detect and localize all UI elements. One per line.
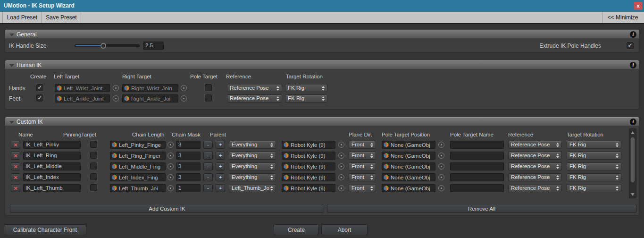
chain-length-input[interactable]: 3 (176, 152, 201, 160)
add-custom-ik-button[interactable]: Add Custom IK (10, 204, 324, 213)
object-picker-icon[interactable] (438, 142, 444, 148)
plane-dir-dropdown[interactable]: Front (349, 152, 376, 160)
parent-field[interactable]: Robot Kyle (9) (282, 141, 335, 149)
chain-length-input[interactable]: 3 (176, 173, 201, 181)
object-picker-icon[interactable] (438, 174, 444, 180)
object-picker-icon[interactable] (181, 85, 187, 91)
reference-dropdown[interactable]: Reference Pose (508, 141, 562, 149)
pole-target-name-input[interactable] (450, 162, 504, 170)
info-icon[interactable]: i (630, 31, 636, 38)
reference-dropdown[interactable]: Reference Pose (508, 162, 562, 170)
parent-field[interactable]: Robot Kyle (9) (282, 173, 335, 181)
object-picker-icon[interactable] (438, 185, 444, 191)
target-rotation-dropdown[interactable]: FK Rig (567, 152, 621, 160)
plane-dir-dropdown[interactable]: Front (349, 141, 376, 149)
object-picker-icon[interactable] (167, 174, 174, 180)
pinning-checkbox[interactable] (90, 184, 97, 191)
chain-length-plus-button[interactable]: + (216, 184, 225, 192)
calibrate-character-front-button[interactable]: Calibrate Character Front (4, 224, 86, 235)
reference-dropdown[interactable]: Reference Pose (227, 84, 282, 92)
plane-dir-dropdown[interactable]: Front (349, 173, 376, 181)
delete-row-icon[interactable]: ✕ (11, 184, 20, 192)
object-picker-icon[interactable] (167, 142, 174, 148)
target-rotation-dropdown[interactable]: FK Rig (285, 94, 327, 102)
object-picker-icon[interactable] (167, 185, 174, 191)
scroll-up-icon[interactable] (629, 129, 636, 136)
object-picker-icon[interactable] (338, 142, 344, 148)
chain-length-input[interactable]: 3 (176, 162, 201, 170)
parent-field[interactable]: Robot Kyle (9) (282, 184, 335, 192)
chain-length-plus-button[interactable]: + (216, 141, 225, 149)
info-icon[interactable]: i (630, 62, 636, 68)
chain-length-input[interactable]: 3 (176, 141, 201, 149)
slider-thumb[interactable] (100, 43, 106, 49)
abort-button[interactable]: Abort (321, 224, 368, 235)
target-field[interactable]: Left_Thumb_Joi (110, 184, 166, 192)
name-input[interactable]: IK_Left_Pinky (23, 141, 81, 149)
chain-length-plus-button[interactable]: + (216, 162, 225, 170)
left-target-field[interactable]: Left_Wrist_Joint_ (55, 84, 110, 92)
pole-target-position-field[interactable]: None (GameObj (382, 173, 435, 181)
minimize-button[interactable]: << Minimize (602, 12, 643, 23)
pole-target-position-field[interactable]: None (GameObj (382, 184, 435, 192)
ik-handle-size-input[interactable]: 2.5 (143, 42, 164, 50)
create-button[interactable]: Create (274, 224, 319, 235)
plane-dir-dropdown[interactable]: Front (349, 184, 376, 192)
object-picker-icon[interactable] (338, 153, 344, 159)
ik-handle-size-slider[interactable] (75, 44, 140, 47)
human-ik-header[interactable]: Human IK i (5, 60, 639, 69)
pinning-checkbox[interactable] (90, 152, 97, 159)
target-field[interactable]: Left_Pinky_Finge (110, 141, 166, 149)
chain-mask-dropdown[interactable]: Left_Thumb_Jo (229, 184, 276, 192)
name-input[interactable]: IK_Left_Ring (23, 152, 81, 160)
info-icon[interactable]: i (630, 119, 636, 125)
create-checkbox[interactable] (36, 94, 43, 102)
target-rotation-dropdown[interactable]: FK Rig (567, 184, 621, 192)
general-header[interactable]: General i (5, 29, 639, 39)
target-rotation-dropdown[interactable]: FK Rig (285, 84, 327, 92)
object-picker-icon[interactable] (113, 85, 119, 91)
delete-row-icon[interactable]: ✕ (11, 141, 20, 149)
target-field[interactable]: Left_Ring_Finger (110, 152, 166, 160)
pole-target-checkbox[interactable] (205, 84, 212, 91)
reference-dropdown[interactable]: Reference Pose (227, 94, 282, 102)
pinning-checkbox[interactable] (90, 141, 97, 148)
target-field[interactable]: Left_Index_Fing (110, 173, 166, 181)
pole-target-name-input[interactable] (450, 184, 504, 192)
name-input[interactable]: IK_Left_Thumb (23, 184, 81, 192)
object-picker-icon[interactable] (338, 174, 344, 180)
object-picker-icon[interactable] (167, 163, 174, 170)
chain-length-minus-button[interactable]: - (203, 141, 213, 149)
pole-target-position-field[interactable]: None (GameObj (382, 141, 435, 149)
target-rotation-dropdown[interactable]: FK Rig (567, 162, 621, 170)
chain-mask-dropdown[interactable]: Everything (229, 152, 276, 160)
chain-mask-dropdown[interactable]: Everything (229, 173, 276, 181)
plane-dir-dropdown[interactable]: Front (349, 162, 376, 170)
name-input[interactable]: IK_Left_Index (23, 173, 81, 181)
scrollbar-thumb[interactable] (630, 137, 635, 183)
pole-target-checkbox[interactable] (205, 94, 212, 102)
left-target-field[interactable]: Left_Ankle_Joint (55, 94, 110, 102)
delete-row-icon[interactable]: ✕ (11, 152, 20, 160)
chain-mask-dropdown[interactable]: Everything (229, 162, 276, 170)
scroll-down-icon[interactable] (629, 191, 636, 197)
chain-length-minus-button[interactable]: - (203, 173, 213, 181)
pinning-checkbox[interactable] (90, 162, 97, 170)
chain-length-minus-button[interactable]: - (203, 152, 213, 160)
reference-dropdown[interactable]: Reference Pose (508, 184, 562, 192)
object-picker-icon[interactable] (181, 95, 187, 102)
right-target-field[interactable]: Right_Ankle_Joi (122, 94, 178, 102)
reference-dropdown[interactable]: Reference Pose (508, 152, 562, 160)
object-picker-icon[interactable] (167, 153, 174, 159)
pole-target-name-input[interactable] (450, 141, 504, 149)
chain-length-minus-button[interactable]: - (203, 162, 213, 170)
remove-all-button[interactable]: Remove All (327, 204, 636, 213)
right-target-field[interactable]: Right_Wrist_Join (122, 84, 178, 92)
object-picker-icon[interactable] (338, 185, 344, 191)
pole-target-name-input[interactable] (450, 152, 504, 160)
pole-target-position-field[interactable]: None (GameObj (382, 152, 435, 160)
custom-ik-scrollbar[interactable] (629, 128, 636, 198)
pole-target-name-input[interactable] (450, 173, 504, 181)
load-preset-button[interactable]: Load Preset (3, 12, 42, 23)
chain-length-minus-button[interactable]: - (203, 184, 213, 192)
